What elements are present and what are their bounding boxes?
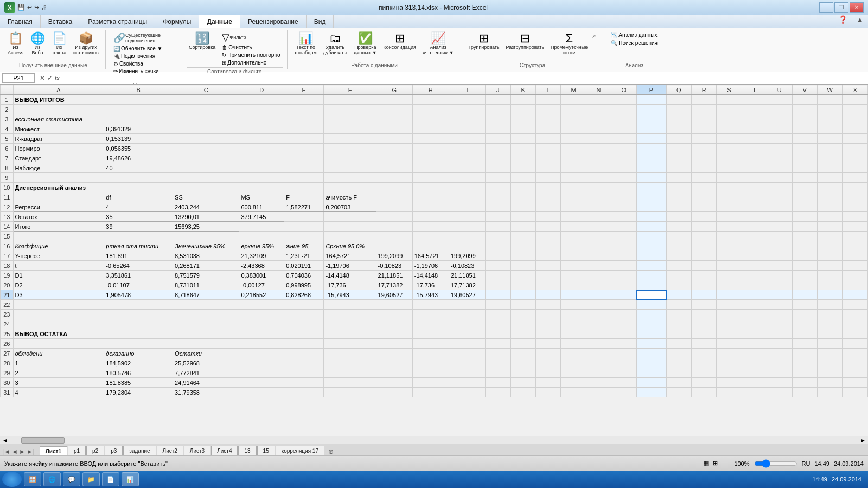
- cell-D14[interactable]: [239, 222, 284, 232]
- cell-R3[interactable]: [691, 114, 716, 124]
- taskbar-excel[interactable]: 📊: [122, 472, 139, 486]
- cell-V13[interactable]: [792, 212, 817, 222]
- cell-O16[interactable]: [611, 241, 636, 251]
- cell-S31[interactable]: [717, 388, 742, 397]
- cell-S16[interactable]: [717, 241, 742, 251]
- quick-print[interactable]: 🖨: [41, 4, 47, 11]
- cell-U28[interactable]: [767, 358, 792, 368]
- cell-W21[interactable]: [817, 290, 842, 300]
- cell-K28[interactable]: [510, 358, 535, 368]
- cell-V3[interactable]: [792, 114, 817, 124]
- cell-L1[interactable]: [535, 95, 560, 105]
- cell-C19[interactable]: 8,751579: [173, 271, 239, 280]
- cell-W14[interactable]: [817, 222, 842, 232]
- cell-V26[interactable]: [792, 339, 817, 349]
- cell-P10[interactable]: [636, 183, 666, 192]
- cell-B18[interactable]: -0,65264: [104, 261, 173, 271]
- cell-X29[interactable]: [843, 368, 868, 378]
- cell-M23[interactable]: [561, 310, 586, 319]
- cell-C31[interactable]: 31,79358: [173, 388, 239, 397]
- cell-S24[interactable]: [717, 319, 742, 329]
- cell-W17[interactable]: [817, 251, 842, 261]
- cell-B9[interactable]: [104, 173, 173, 183]
- normal-view-icon[interactable]: ▦: [703, 460, 709, 467]
- sheet-tab-zadanie[interactable]: задание: [123, 446, 156, 455]
- cell-W5[interactable]: [817, 134, 842, 144]
- cell-T12[interactable]: [742, 202, 767, 212]
- cell-V27[interactable]: [792, 349, 817, 358]
- cell-F20[interactable]: -17,736: [324, 280, 376, 290]
- cell-E20[interactable]: 0,998995: [284, 280, 324, 290]
- tab-review[interactable]: Рецензирование: [240, 15, 307, 28]
- cell-S18[interactable]: [717, 261, 742, 271]
- cell-F6[interactable]: [324, 144, 376, 153]
- cell-E9[interactable]: [284, 173, 324, 183]
- cell-Q1[interactable]: [666, 95, 691, 105]
- cell-E21[interactable]: 0,828268: [284, 290, 324, 300]
- cell-L16[interactable]: [535, 241, 560, 251]
- cell-T9[interactable]: [742, 173, 767, 183]
- btn-filter[interactable]: ▽ Фильтр: [220, 31, 282, 43]
- cell-C3[interactable]: [173, 114, 239, 124]
- cell-L31[interactable]: [535, 388, 560, 397]
- cell-F2[interactable]: [324, 105, 376, 114]
- cell-K16[interactable]: [510, 241, 535, 251]
- cell-X24[interactable]: [843, 319, 868, 329]
- cell-I2[interactable]: [449, 105, 485, 114]
- cell-V11[interactable]: [792, 192, 817, 202]
- cell-J20[interactable]: [486, 280, 510, 290]
- cell-H3[interactable]: [412, 114, 449, 124]
- cell-I12[interactable]: [449, 202, 485, 212]
- cell-X20[interactable]: [843, 280, 868, 290]
- cell-U26[interactable]: [767, 339, 792, 349]
- cell-V6[interactable]: [792, 144, 817, 153]
- cell-C29[interactable]: 7,772841: [173, 368, 239, 378]
- cell-L14[interactable]: [535, 222, 560, 232]
- cell-D5[interactable]: [239, 134, 284, 144]
- col-h[interactable]: H: [412, 85, 449, 95]
- btn-clear[interactable]: 🗑 Очистить: [220, 44, 282, 51]
- cell-Q25[interactable]: [666, 329, 691, 339]
- cell-K26[interactable]: [510, 339, 535, 349]
- cell-G10[interactable]: [376, 183, 412, 192]
- cell-V17[interactable]: [792, 251, 817, 261]
- cell-V24[interactable]: [792, 319, 817, 329]
- cell-A22[interactable]: [13, 300, 104, 310]
- cell-V20[interactable]: [792, 280, 817, 290]
- cell-C21[interactable]: 8,718647: [173, 290, 239, 300]
- cell-A28[interactable]: 1: [13, 358, 104, 368]
- cell-V21[interactable]: [792, 290, 817, 300]
- cell-E16[interactable]: жние 95,: [284, 241, 324, 251]
- cell-O8[interactable]: [611, 163, 636, 173]
- cell-T31[interactable]: [742, 388, 767, 397]
- cell-G5[interactable]: [376, 134, 412, 144]
- cell-B26[interactable]: [104, 339, 173, 349]
- cell-Q11[interactable]: [666, 192, 691, 202]
- cell-I17[interactable]: 199,2099: [449, 251, 485, 261]
- cell-V30[interactable]: [792, 378, 817, 388]
- cell-B30[interactable]: 181,8385: [104, 378, 173, 388]
- cell-M17[interactable]: [561, 251, 586, 261]
- cell-A11[interactable]: [13, 192, 104, 202]
- cell-G27[interactable]: [376, 349, 412, 358]
- cell-S4[interactable]: [717, 124, 742, 134]
- cell-H5[interactable]: [412, 134, 449, 144]
- cell-E18[interactable]: 0,020191: [284, 261, 324, 271]
- cell-D30[interactable]: [239, 378, 284, 388]
- cell-I29[interactable]: [449, 368, 485, 378]
- cell-Q24[interactable]: [666, 319, 691, 329]
- cell-J30[interactable]: [486, 378, 510, 388]
- cell-U18[interactable]: [767, 261, 792, 271]
- cell-C18[interactable]: 0,268171: [173, 261, 239, 271]
- cell-B31[interactable]: 179,2804: [104, 388, 173, 397]
- cell-U17[interactable]: [767, 251, 792, 261]
- cell-X11[interactable]: [843, 192, 868, 202]
- cell-D2[interactable]: [239, 105, 284, 114]
- cell-L12[interactable]: [535, 202, 560, 212]
- btn-sort[interactable]: 🔢 Сортировка: [187, 31, 218, 51]
- cell-R18[interactable]: [691, 261, 716, 271]
- cell-N30[interactable]: [586, 378, 611, 388]
- cell-V1[interactable]: [792, 95, 817, 105]
- cell-J12[interactable]: [486, 202, 510, 212]
- cell-H11[interactable]: [412, 192, 449, 202]
